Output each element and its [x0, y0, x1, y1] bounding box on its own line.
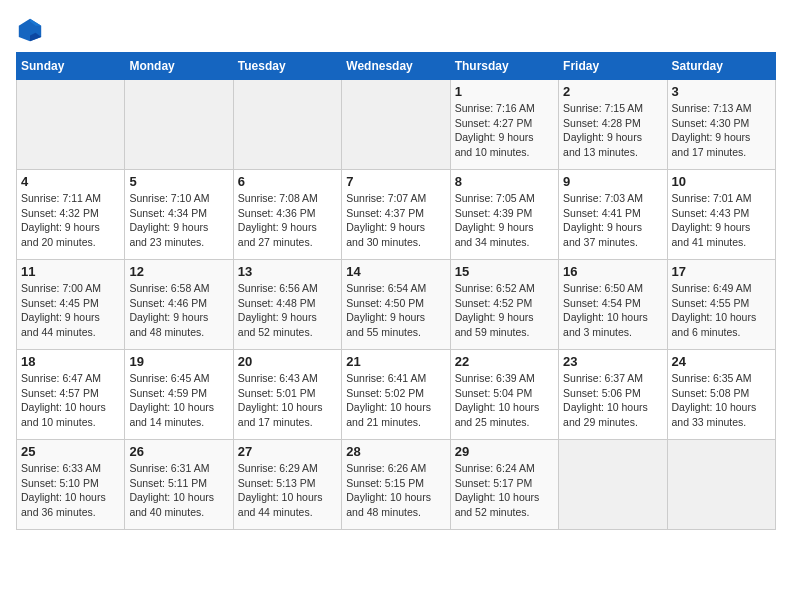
- day-number: 23: [563, 354, 662, 369]
- day-info: Sunrise: 6:37 AM Sunset: 5:06 PM Dayligh…: [563, 371, 662, 430]
- weekday-header: Monday: [125, 53, 233, 80]
- weekday-row: SundayMondayTuesdayWednesdayThursdayFrid…: [17, 53, 776, 80]
- day-info: Sunrise: 6:41 AM Sunset: 5:02 PM Dayligh…: [346, 371, 445, 430]
- calendar-cell: 20Sunrise: 6:43 AM Sunset: 5:01 PM Dayli…: [233, 350, 341, 440]
- day-number: 3: [672, 84, 771, 99]
- day-number: 27: [238, 444, 337, 459]
- calendar-cell: 17Sunrise: 6:49 AM Sunset: 4:55 PM Dayli…: [667, 260, 775, 350]
- day-info: Sunrise: 6:43 AM Sunset: 5:01 PM Dayligh…: [238, 371, 337, 430]
- day-number: 29: [455, 444, 554, 459]
- day-info: Sunrise: 7:03 AM Sunset: 4:41 PM Dayligh…: [563, 191, 662, 250]
- calendar-cell: 6Sunrise: 7:08 AM Sunset: 4:36 PM Daylig…: [233, 170, 341, 260]
- calendar-cell: 4Sunrise: 7:11 AM Sunset: 4:32 PM Daylig…: [17, 170, 125, 260]
- day-number: 5: [129, 174, 228, 189]
- day-number: 22: [455, 354, 554, 369]
- calendar-week: 11Sunrise: 7:00 AM Sunset: 4:45 PM Dayli…: [17, 260, 776, 350]
- calendar-cell: 26Sunrise: 6:31 AM Sunset: 5:11 PM Dayli…: [125, 440, 233, 530]
- weekday-header: Saturday: [667, 53, 775, 80]
- day-number: 17: [672, 264, 771, 279]
- calendar-cell: [125, 80, 233, 170]
- day-number: 2: [563, 84, 662, 99]
- day-number: 24: [672, 354, 771, 369]
- day-number: 20: [238, 354, 337, 369]
- day-number: 21: [346, 354, 445, 369]
- day-number: 7: [346, 174, 445, 189]
- calendar-cell: 9Sunrise: 7:03 AM Sunset: 4:41 PM Daylig…: [559, 170, 667, 260]
- calendar-cell: 1Sunrise: 7:16 AM Sunset: 4:27 PM Daylig…: [450, 80, 558, 170]
- calendar-cell: 5Sunrise: 7:10 AM Sunset: 4:34 PM Daylig…: [125, 170, 233, 260]
- calendar-cell: [17, 80, 125, 170]
- calendar-cell: 2Sunrise: 7:15 AM Sunset: 4:28 PM Daylig…: [559, 80, 667, 170]
- calendar-week: 1Sunrise: 7:16 AM Sunset: 4:27 PM Daylig…: [17, 80, 776, 170]
- day-info: Sunrise: 7:11 AM Sunset: 4:32 PM Dayligh…: [21, 191, 120, 250]
- day-info: Sunrise: 7:01 AM Sunset: 4:43 PM Dayligh…: [672, 191, 771, 250]
- calendar-week: 18Sunrise: 6:47 AM Sunset: 4:57 PM Dayli…: [17, 350, 776, 440]
- day-info: Sunrise: 6:50 AM Sunset: 4:54 PM Dayligh…: [563, 281, 662, 340]
- day-number: 14: [346, 264, 445, 279]
- weekday-header: Tuesday: [233, 53, 341, 80]
- weekday-header: Wednesday: [342, 53, 450, 80]
- day-info: Sunrise: 7:00 AM Sunset: 4:45 PM Dayligh…: [21, 281, 120, 340]
- calendar-cell: 8Sunrise: 7:05 AM Sunset: 4:39 PM Daylig…: [450, 170, 558, 260]
- day-number: 13: [238, 264, 337, 279]
- calendar-cell: 21Sunrise: 6:41 AM Sunset: 5:02 PM Dayli…: [342, 350, 450, 440]
- day-info: Sunrise: 6:54 AM Sunset: 4:50 PM Dayligh…: [346, 281, 445, 340]
- day-info: Sunrise: 6:35 AM Sunset: 5:08 PM Dayligh…: [672, 371, 771, 430]
- day-info: Sunrise: 7:05 AM Sunset: 4:39 PM Dayligh…: [455, 191, 554, 250]
- weekday-header: Thursday: [450, 53, 558, 80]
- day-info: Sunrise: 7:16 AM Sunset: 4:27 PM Dayligh…: [455, 101, 554, 160]
- day-number: 12: [129, 264, 228, 279]
- calendar-cell: 11Sunrise: 7:00 AM Sunset: 4:45 PM Dayli…: [17, 260, 125, 350]
- calendar-week: 25Sunrise: 6:33 AM Sunset: 5:10 PM Dayli…: [17, 440, 776, 530]
- calendar-cell: 14Sunrise: 6:54 AM Sunset: 4:50 PM Dayli…: [342, 260, 450, 350]
- day-info: Sunrise: 6:33 AM Sunset: 5:10 PM Dayligh…: [21, 461, 120, 520]
- calendar-body: 1Sunrise: 7:16 AM Sunset: 4:27 PM Daylig…: [17, 80, 776, 530]
- calendar-cell: 27Sunrise: 6:29 AM Sunset: 5:13 PM Dayli…: [233, 440, 341, 530]
- day-number: 8: [455, 174, 554, 189]
- calendar-cell: 29Sunrise: 6:24 AM Sunset: 5:17 PM Dayli…: [450, 440, 558, 530]
- day-info: Sunrise: 7:15 AM Sunset: 4:28 PM Dayligh…: [563, 101, 662, 160]
- day-info: Sunrise: 7:08 AM Sunset: 4:36 PM Dayligh…: [238, 191, 337, 250]
- day-info: Sunrise: 6:47 AM Sunset: 4:57 PM Dayligh…: [21, 371, 120, 430]
- day-info: Sunrise: 6:29 AM Sunset: 5:13 PM Dayligh…: [238, 461, 337, 520]
- calendar-week: 4Sunrise: 7:11 AM Sunset: 4:32 PM Daylig…: [17, 170, 776, 260]
- day-number: 4: [21, 174, 120, 189]
- day-number: 6: [238, 174, 337, 189]
- day-number: 19: [129, 354, 228, 369]
- day-info: Sunrise: 6:45 AM Sunset: 4:59 PM Dayligh…: [129, 371, 228, 430]
- calendar-cell: [342, 80, 450, 170]
- day-number: 11: [21, 264, 120, 279]
- day-info: Sunrise: 6:31 AM Sunset: 5:11 PM Dayligh…: [129, 461, 228, 520]
- day-info: Sunrise: 6:58 AM Sunset: 4:46 PM Dayligh…: [129, 281, 228, 340]
- calendar-cell: 10Sunrise: 7:01 AM Sunset: 4:43 PM Dayli…: [667, 170, 775, 260]
- calendar-cell: 25Sunrise: 6:33 AM Sunset: 5:10 PM Dayli…: [17, 440, 125, 530]
- day-number: 28: [346, 444, 445, 459]
- day-number: 16: [563, 264, 662, 279]
- day-info: Sunrise: 6:56 AM Sunset: 4:48 PM Dayligh…: [238, 281, 337, 340]
- calendar-cell: 28Sunrise: 6:26 AM Sunset: 5:15 PM Dayli…: [342, 440, 450, 530]
- day-number: 9: [563, 174, 662, 189]
- calendar-cell: 23Sunrise: 6:37 AM Sunset: 5:06 PM Dayli…: [559, 350, 667, 440]
- logo: [16, 16, 48, 44]
- day-number: 26: [129, 444, 228, 459]
- day-number: 15: [455, 264, 554, 279]
- calendar-cell: 24Sunrise: 6:35 AM Sunset: 5:08 PM Dayli…: [667, 350, 775, 440]
- page-header: [16, 16, 776, 44]
- day-info: Sunrise: 7:07 AM Sunset: 4:37 PM Dayligh…: [346, 191, 445, 250]
- day-info: Sunrise: 6:39 AM Sunset: 5:04 PM Dayligh…: [455, 371, 554, 430]
- weekday-header: Friday: [559, 53, 667, 80]
- calendar-cell: 15Sunrise: 6:52 AM Sunset: 4:52 PM Dayli…: [450, 260, 558, 350]
- day-number: 25: [21, 444, 120, 459]
- calendar-header: SundayMondayTuesdayWednesdayThursdayFrid…: [17, 53, 776, 80]
- day-number: 1: [455, 84, 554, 99]
- day-info: Sunrise: 6:49 AM Sunset: 4:55 PM Dayligh…: [672, 281, 771, 340]
- calendar-cell: 13Sunrise: 6:56 AM Sunset: 4:48 PM Dayli…: [233, 260, 341, 350]
- day-info: Sunrise: 6:24 AM Sunset: 5:17 PM Dayligh…: [455, 461, 554, 520]
- weekday-header: Sunday: [17, 53, 125, 80]
- calendar-cell: 18Sunrise: 6:47 AM Sunset: 4:57 PM Dayli…: [17, 350, 125, 440]
- logo-icon: [16, 16, 44, 44]
- calendar-cell: [559, 440, 667, 530]
- calendar-cell: [667, 440, 775, 530]
- calendar-cell: [233, 80, 341, 170]
- calendar-cell: 3Sunrise: 7:13 AM Sunset: 4:30 PM Daylig…: [667, 80, 775, 170]
